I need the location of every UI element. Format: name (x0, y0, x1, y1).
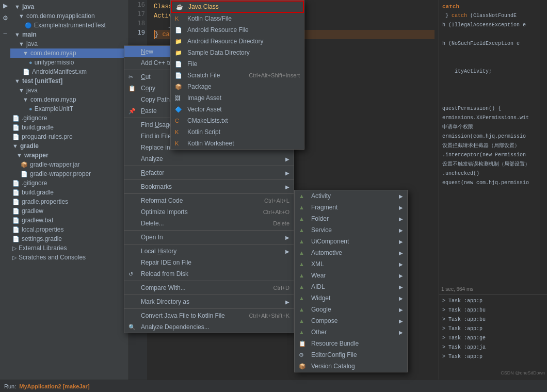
tree-item-local-props[interactable]: 📄 local.properties (10, 225, 128, 234)
tree-item-com-demo-myapp[interactable]: ▼ com.demo.myap (10, 48, 128, 58)
submenu-arrow-icon: ▶ (399, 216, 403, 222)
tree-item-unity[interactable]: ● unitypermissio (10, 58, 128, 67)
menu-label: Kotlin Worksheet (187, 140, 300, 147)
tree-item-gradle[interactable]: ▼ gradle (10, 141, 128, 151)
tree-item-settings-gradle[interactable]: 📄 settings.gradle (10, 234, 128, 243)
file-icon: 📄 (12, 199, 20, 205)
menu-label: Sample Data Directory (187, 49, 300, 56)
tree-item-example[interactable]: 🔵 ExampleInstrumentedTest (10, 21, 128, 30)
menu-item-wear[interactable]: ▲ Wear ▶ (295, 270, 407, 281)
menu-item-image-asset[interactable]: 🖼 Image Asset (171, 92, 304, 104)
menu-item-compare[interactable]: Compare With... Ctrl+D (124, 282, 294, 293)
menu-item-kotlin-class[interactable]: K Kotlin Class/File (171, 13, 304, 24)
menu-item-delete[interactable]: Delete... Delete (124, 218, 294, 229)
menu-item-kotlin-worksheet[interactable]: K Kotlin Worksheet (171, 138, 304, 149)
tree-item-manifest[interactable]: 📄 AndroidManifest.xm (10, 67, 128, 76)
tree-item-proguard[interactable]: 📄 proguard-rules.pro (10, 132, 128, 141)
menu-item-service[interactable]: ▲ Service ▶ (295, 224, 407, 236)
shortcut: Ctrl+Alt+O (263, 209, 289, 215)
menu-item-xml[interactable]: ▲ XML ▶ (295, 258, 407, 270)
tree-item-test[interactable]: ▼ test [unitTest] (10, 76, 128, 86)
jar-icon: 📦 (21, 161, 28, 168)
menu-item-reformat[interactable]: Reformat Code Ctrl+Alt+L (124, 195, 294, 206)
menu-item-automotive[interactable]: ▲ Automotive ▶ (295, 247, 407, 258)
menu-item-kotlin-script[interactable]: K Kotlin Script (171, 126, 304, 138)
tree-item-wrapper[interactable]: ▼ wrapper (10, 151, 128, 160)
tree-item-gradlew-bat[interactable]: 📄 gradlew.bat (10, 216, 128, 225)
menu-item-cmake[interactable]: C CMakeLists.txt (171, 115, 304, 126)
file-icon: 📄 (12, 180, 20, 187)
menu-item-widget[interactable]: ▲ Widget ▶ (295, 292, 407, 304)
menu-item-editorconfig[interactable]: ⚙ EditorConfig File (295, 349, 407, 361)
copy-icon: 📋 (128, 85, 139, 92)
tree-item-example-unit[interactable]: ● ExampleUnitT (10, 104, 128, 113)
tree-item-wrapper-props[interactable]: 📄 gradle-wrapper.proper (10, 169, 128, 178)
file-icon: 📄 (12, 226, 20, 233)
shortcut: Ctrl+Alt+L (264, 198, 289, 204)
wear-icon: ▲ (299, 272, 309, 279)
submenu-arrow-icon: ▶ (285, 299, 289, 305)
tree-label: gradle-wrapper.proper (30, 170, 91, 177)
tree-item-gitignore2[interactable]: 📄 .gitignore (10, 178, 128, 188)
menu-item-bookmarks[interactable]: Bookmarks ▶ (124, 181, 294, 192)
tree-label: java (26, 87, 38, 94)
menu-item-compose[interactable]: ▲ Compose ▶ (295, 315, 407, 326)
shortcut: Ctrl+Alt+Shift+K (249, 313, 289, 319)
menu-item-sample-data[interactable]: 📁 Sample Data Directory (171, 47, 304, 58)
menu-item-aidl[interactable]: ▲ AIDL ▶ (295, 281, 407, 292)
menu-item-analyze[interactable]: Analyze ▶ (124, 153, 294, 165)
menu-item-java-class[interactable]: ☕ Java Class (171, 1, 304, 13)
tree-item-buildgradle2[interactable]: 📄 build.gradle (10, 188, 128, 197)
menu-label: Analyze (141, 155, 283, 162)
run-icon[interactable]: ▶ (1, 2, 9, 10)
menu-item-refactor[interactable]: Refactor ▶ (124, 167, 294, 178)
menu-item-other[interactable]: ▲ Other ▶ (295, 326, 407, 338)
menu-item-google[interactable]: ▲ Google ▶ (295, 304, 407, 315)
menu-item-local-history[interactable]: Local History ▶ (124, 246, 294, 257)
tree-item-java3[interactable]: ▼ java (10, 86, 128, 95)
tree-item-com-test[interactable]: ▼ com.demo.myap (10, 95, 128, 104)
tree-item-wrapper-jar[interactable]: 📦 gradle-wrapper.jar (10, 160, 128, 169)
submenu-arrow-icon: ▶ (399, 318, 403, 324)
tree-item-buildgradle[interactable]: 📄 build.gradle (10, 123, 128, 132)
tree-item-gradlew[interactable]: 📄 gradlew (10, 206, 128, 216)
tree-item-java[interactable]: ▼ java (10, 2, 128, 11)
tree-item-gitignore[interactable]: 📄 .gitignore (10, 113, 128, 123)
menu-item-fragment[interactable]: ▲ Fragment ▶ (295, 202, 407, 213)
menu-item-mark-dir[interactable]: Mark Directory as ▶ (124, 296, 294, 307)
terminal-icon[interactable]: _ (1, 27, 9, 35)
menu-item-resource-bundle[interactable]: 📋 Resource Bundle (295, 338, 407, 349)
menu-item-activity[interactable]: ▲ Activity ▶ (295, 190, 407, 202)
menu-item-scratch[interactable]: 📄 Scratch File Ctrl+Alt+Shift+Insert (171, 70, 304, 81)
file-icon: 📄 (12, 217, 20, 224)
menu-item-folder[interactable]: ▲ Folder ▶ (295, 213, 407, 224)
menu-item-reload[interactable]: ↺ Reload from Disk (124, 268, 294, 280)
menu-item-file[interactable]: 📄 File (171, 58, 304, 70)
submenu-arrow-icon: ▶ (285, 235, 289, 240)
tree-label: com.demo.myap (30, 50, 76, 57)
menu-item-package[interactable]: 📦 Package (171, 81, 304, 92)
tree-item-external-libs[interactable]: ▷ External Libraries (10, 243, 128, 253)
folder-icon: ▲ (299, 216, 309, 222)
separator (124, 179, 294, 180)
menu-item-repair-ide[interactable]: Repair IDE on File (124, 257, 294, 268)
tree-label: java (22, 3, 34, 10)
menu-label: Image Asset (187, 94, 300, 102)
menu-item-convert[interactable]: Convert Java File to Kotlin File Ctrl+Al… (124, 310, 294, 321)
menu-item-vector-asset[interactable]: 🔷 Vector Asset (171, 104, 304, 115)
tree-item-main[interactable]: ▼ main (10, 30, 128, 39)
tree-item-scratches[interactable]: ▷ Scratches and Consoles (10, 253, 128, 262)
tree-item-com-demo[interactable]: ▼ com.demo.myapplication (10, 11, 128, 21)
menu-item-open-in[interactable]: Open In ▶ (124, 232, 294, 243)
menu-item-android-resource[interactable]: 📄 Android Resource File (171, 24, 304, 36)
menu-item-analyze-deps[interactable]: 🔍 Analyze Dependencies... (124, 321, 294, 333)
resource-bundle-icon: 📋 (299, 340, 309, 347)
menu-item-uicomponent[interactable]: ▲ UiComponent ▶ (295, 236, 407, 247)
tree-item-java2[interactable]: ▼ java (10, 39, 128, 48)
menu-item-android-resource-dir[interactable]: 📁 Android Resource Directory (171, 36, 304, 47)
menu-item-optimize[interactable]: Optimize Imports Ctrl+Alt+O (124, 206, 294, 218)
settings-icon[interactable]: ⚙ (1, 14, 9, 23)
menu-label: Repair IDE on File (141, 259, 289, 266)
menu-item-version-catalog[interactable]: 📦 Version Catalog (295, 361, 407, 372)
tree-item-gradle-props[interactable]: 📄 gradle.properties (10, 197, 128, 206)
